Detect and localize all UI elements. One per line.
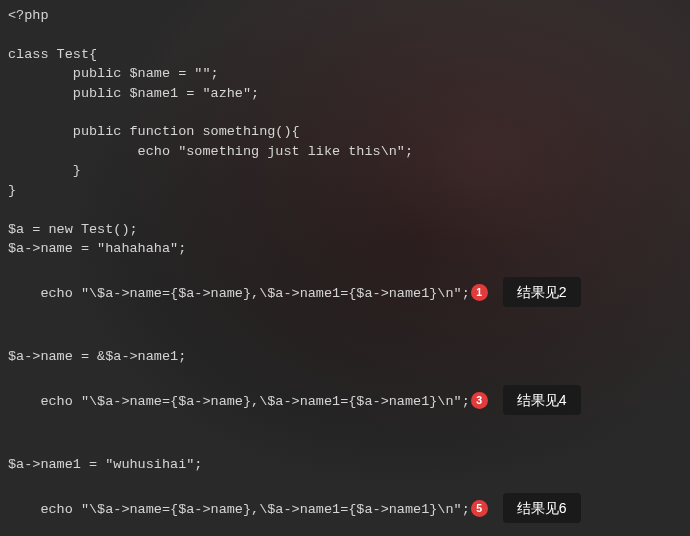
code-text: echo "\$a->name={$a->name},\$a->name1={$… bbox=[40, 394, 469, 409]
code-text: echo "\$a->name={$a->name},\$a->name1={$… bbox=[40, 286, 469, 301]
code-line: } bbox=[8, 181, 682, 201]
code-line: } bbox=[8, 161, 682, 181]
code-line-echo-2: echo "\$a->name={$a->name},\$a->name1={$… bbox=[8, 367, 682, 436]
code-line-echo-1: echo "\$a->name={$a->name},\$a->name1={$… bbox=[8, 259, 682, 328]
annotation-badge-3: 3 bbox=[471, 392, 488, 409]
code-line-echo-3: echo "\$a->name={$a->name},\$a->name1={$… bbox=[8, 475, 682, 536]
code-text: echo "\$a->name={$a->name},\$a->name1={$… bbox=[40, 502, 469, 517]
code-line: public function something(){ bbox=[8, 122, 682, 142]
code-block: <?php class Test{ public $name = ""; pub… bbox=[8, 6, 682, 536]
code-line: $a = new Test(); bbox=[8, 220, 682, 240]
annotation-tooltip-1: 结果见2 bbox=[503, 277, 581, 307]
annotation-badge-1: 1 bbox=[471, 284, 488, 301]
code-line: public $name1 = "azhe"; bbox=[8, 84, 682, 104]
annotation-tooltip-3: 结果见4 bbox=[503, 385, 581, 415]
annotation-tooltip-5: 结果见6 bbox=[503, 493, 581, 523]
code-line: <?php bbox=[8, 6, 682, 26]
annotation-badge-5: 5 bbox=[471, 500, 488, 517]
code-line: $a->name = "hahahaha"; bbox=[8, 239, 682, 259]
code-line: class Test{ bbox=[8, 45, 682, 65]
code-line: $a->name1 = "wuhusihai"; bbox=[8, 455, 682, 475]
code-line: $a->name = &$a->name1; bbox=[8, 347, 682, 367]
code-line: echo "something just like this\n"; bbox=[8, 142, 682, 162]
code-line: public $name = ""; bbox=[8, 64, 682, 84]
